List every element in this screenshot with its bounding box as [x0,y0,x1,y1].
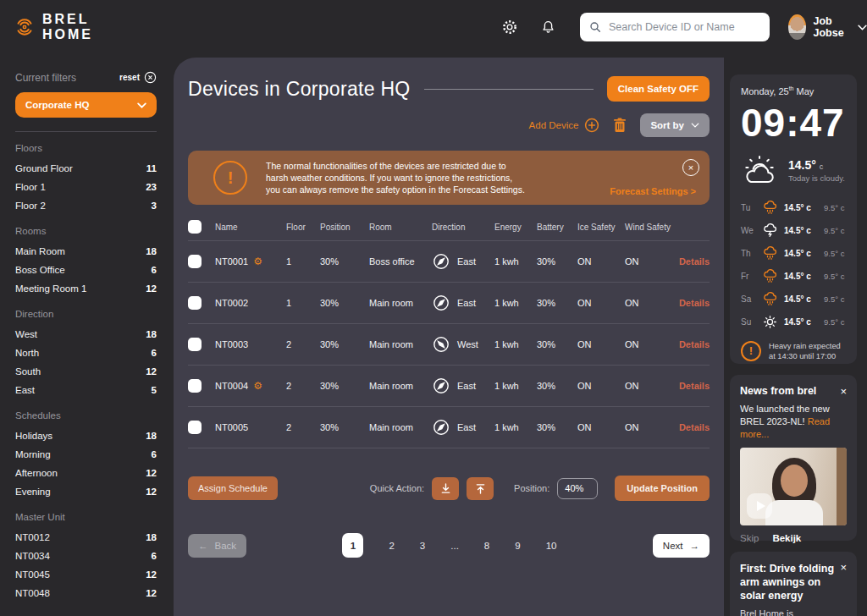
brand-logo: BREL HOME [14,12,105,42]
brand-name: BREL HOME [42,12,105,42]
sidebar-item-evening[interactable]: Evening12 [15,482,157,501]
quick-action-label: Quick Action: [370,483,424,493]
master-unit-gear-icon: ⚙ [253,256,262,267]
notifications-bell-icon[interactable] [540,19,556,36]
select-all-checkbox[interactable] [188,220,202,234]
row-checkbox[interactable] [188,255,202,268]
back-arrow-icon: ← [198,541,208,551]
user-menu[interactable]: Job Jobse [788,14,867,40]
sidebar-item-nt0034[interactable]: NT00346 [15,547,157,565]
filter-dropdown-corporate-hq[interactable]: Corporate HQ [15,92,157,118]
sidebar-item-west[interactable]: West18 [15,325,157,344]
sidebar-item-main-room[interactable]: Main Room18 [15,242,157,261]
filter-sidebar: Current filters reset Corporate HQ Floor… [0,54,174,616]
article-title: First: Drive folding arm awnings on sola… [740,562,835,602]
sidebar-item-meeting-room-1[interactable]: Meeting Room 112 [15,279,157,298]
compass-east-icon [432,252,450,271]
forecast-row: Sa 14.5° c 9.5° c [741,288,846,311]
sidebar-item-nt0012[interactable]: NT001218 [15,528,157,547]
row-checkbox[interactable] [188,421,202,434]
row-checkbox[interactable] [188,338,202,351]
current-temp: 14.5° c [788,158,845,172]
sidebar-item-floor-1[interactable]: Floor 123 [15,178,157,196]
update-position-button[interactable]: Update Position [615,476,710,501]
devices-panel: Devices in Corporate HQ Clean Safety OFF… [174,58,724,616]
sidebar-item-nt0048[interactable]: NT004812 [15,584,157,602]
rain-cloud-icon [761,246,778,261]
back-button[interactable]: ← Back [188,534,246,558]
news-body: We launched the new BREL 2023-NL! Read m… [740,403,847,441]
sidebar-item-east[interactable]: East5 [15,381,157,399]
details-link[interactable]: Details [676,339,710,349]
trash-icon[interactable] [613,118,627,133]
sidebar-item-boss-office[interactable]: Boss Office6 [15,261,157,279]
quick-action-up-button[interactable] [467,477,494,500]
section-title-schedules: Schedules [15,410,157,421]
next-button[interactable]: Next → [653,534,710,558]
row-checkbox[interactable] [188,296,202,310]
banner-close-icon[interactable]: × [682,159,699,176]
brel-logo-icon [14,16,36,38]
sidebar-item-south[interactable]: South12 [15,362,157,381]
close-icon[interactable]: × [840,562,847,573]
reset-filters-button[interactable]: reset [119,71,157,84]
current-filters-label: Current filters [15,72,76,84]
warning-exclamation-icon: ! [213,161,247,195]
section-title-rooms: Rooms [15,226,157,236]
chevron-down-icon [691,123,699,128]
page-1-active[interactable]: 1 [342,533,363,558]
forecast-settings-link[interactable]: Forecast Settings > [610,186,696,196]
page-10[interactable]: 10 [546,541,557,551]
sidebar-item-holidays[interactable]: Holidays18 [15,426,157,445]
banner-text: The normal functionalities of the device… [266,160,525,195]
table-row: NT0003 2 30% Main room West 1 kwh 30% ON… [188,323,710,365]
news-card: News from brel × We launched the new BRE… [730,375,857,541]
details-link[interactable]: Details [676,422,710,432]
rain-cloud-icon [761,292,778,306]
reset-x-icon [144,71,157,84]
assign-schedule-button[interactable]: Assign Schedule [188,476,278,500]
add-device-button[interactable]: Add Device [529,118,600,133]
page-ellipsis: ... [450,541,459,551]
bekijk-button[interactable]: Bekijk [772,533,801,543]
play-icon[interactable] [747,493,772,519]
weather-restriction-banner: ! The normal functionalities of the devi… [188,151,710,205]
search-input[interactable] [609,21,761,33]
page-9[interactable]: 9 [515,541,520,551]
page-3[interactable]: 3 [420,541,425,551]
sidebar-item-nt0045[interactable]: NT004512 [15,565,157,584]
page-2[interactable]: 2 [389,541,394,551]
row-checkbox[interactable] [188,379,202,393]
next-arrow-icon: → [690,541,700,551]
clock-time: 09:47 [741,100,846,146]
page-8[interactable]: 8 [484,541,489,551]
divider [188,448,710,448]
master-unit-gear-icon: ⚙ [253,381,262,391]
forecast-row: Tu 14.5° c 9.5° c [741,196,846,219]
details-link[interactable]: Details [676,381,710,391]
rain-alert: ! Heavy rain expected at 14:30 until 17:… [741,341,846,361]
sidebar-item-ground-floor[interactable]: Ground Floor11 [15,159,157,178]
skip-button[interactable]: Skip [740,533,759,543]
clock-weather-card: Monday, 25th May 09:47 14.5° c Today is … [730,74,857,364]
close-icon[interactable]: × [840,386,847,397]
details-link[interactable]: Details [676,256,710,267]
details-link[interactable]: Details [676,298,710,308]
position-input[interactable]: 40% [557,478,598,499]
sort-by-dropdown[interactable]: Sort by [640,113,710,137]
clean-safety-off-button[interactable]: Clean Safety OFF [607,76,710,102]
rain-cloud-icon [761,201,778,215]
arrow-down-icon [440,483,451,494]
table-row: NT0004⚙ 2 30% Main room East 1 kwh 30% O… [188,365,710,406]
quick-action-down-button[interactable] [432,477,459,500]
article-card: First: Drive folding arm awnings on sola… [730,552,857,616]
video-thumbnail[interactable] [740,448,847,525]
sidebar-item-afternoon[interactable]: Afternoon12 [15,464,157,482]
search-bar [580,13,770,41]
sidebar-item-north[interactable]: North6 [15,344,157,362]
settings-gear-icon[interactable] [501,19,518,36]
sidebar-item-floor-2[interactable]: Floor 23 [15,196,157,215]
news-title: News from brel [740,385,816,397]
user-name: Job Jobse [813,15,851,39]
sidebar-item-morning[interactable]: Morning6 [15,445,157,464]
